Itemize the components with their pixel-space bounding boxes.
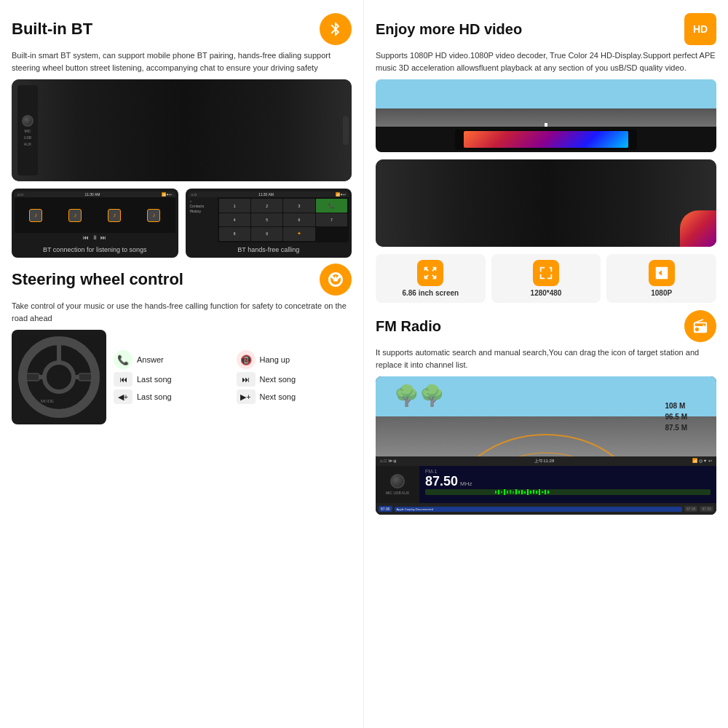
steering-description: Take control of your music or use the ha…: [12, 300, 352, 324]
features-row: 6.86 inch screen 1280*480 1080P: [376, 254, 716, 303]
s-numpad-3[interactable]: 3: [283, 199, 314, 213]
fullscreen-icon: [538, 265, 554, 281]
s-numpad-5[interactable]: 5: [251, 213, 282, 226]
fm-screen-time: 上午11:28: [534, 458, 554, 464]
steering-content: ◄ ► MODE 📞 Answer 📵 Hang up ⏮: [12, 330, 352, 424]
left-panel: Built-in BT Built-in smart BT system, ca…: [0, 0, 364, 728]
fm-device-left: MIC USB AUX: [376, 466, 419, 503]
music-next-icon[interactable]: ⏭: [100, 234, 106, 241]
numpad-left-menu: ⌂ Contacts History: [189, 197, 218, 242]
corner-accent: [680, 210, 716, 247]
car-wide-screen: [376, 159, 716, 247]
fm-frequency-value: 87.50: [425, 474, 458, 489]
steering-icon-badge: [320, 264, 352, 296]
next-icon: ⏭: [237, 372, 256, 387]
bluetooth-icon: [328, 21, 344, 37]
fm-freq-96: 96.5 M: [665, 413, 687, 421]
feature-resolution: 1280*480: [491, 254, 601, 303]
svg-rect-20: [515, 489, 517, 494]
music-screen-content: ♪ ♪ ♪ ♪: [15, 197, 175, 233]
steering-title: Steering wheel control: [12, 270, 183, 289]
svg-rect-21: [518, 491, 520, 494]
prev-label: Last song: [137, 375, 172, 384]
svg-rect-8: [26, 373, 39, 381]
controls-grid: 📞 Answer 📵 Hang up ⏮ Last song ⏭ Next so…: [114, 330, 352, 424]
hd-video-preview: [464, 131, 628, 147]
fm-screen-icons: ⌂ □ ≫ ψ: [380, 458, 397, 464]
svg-rect-27: [536, 491, 537, 494]
control-answer: 📞 Answer: [114, 350, 229, 369]
fm-channel-carplay: Apple Carplay Disconnected: [395, 507, 682, 512]
s-numpad-9[interactable]: 9: [251, 227, 282, 241]
music-screen-label: BT connection for listening to songs: [15, 245, 175, 255]
fm-main-freq: 87.50 MHz: [425, 474, 711, 489]
fm-icon-badge: [684, 310, 716, 342]
answer-label: Answer: [137, 355, 164, 364]
control-prev: ⏮ Last song: [114, 372, 229, 387]
fm-screen-body: MIC USB AUX FM-1 87.50 MHz: [376, 466, 716, 503]
next-label: Next song: [260, 375, 296, 384]
svg-rect-19: [513, 491, 514, 494]
music-screen-icons: ⌂ □: [17, 192, 23, 197]
s-numpad-7[interactable]: 7: [316, 213, 347, 226]
numpad-left-history: History: [190, 209, 216, 213]
svg-rect-31: [547, 491, 549, 494]
fm-station: FM-1: [425, 469, 437, 474]
fm-channel-bar: 87.90 Apple Carplay Disconnected 87.95 8…: [376, 503, 716, 515]
numpad-screen-label: BT hands-free calling: [189, 245, 349, 255]
fm-waveform-svg: [425, 489, 711, 495]
s-numpad-1[interactable]: 1: [219, 199, 250, 213]
svg-rect-9: [79, 373, 92, 381]
resolution-label: 1280*480: [531, 289, 562, 297]
fm-channel-2[interactable]: 87.95: [684, 506, 698, 512]
s-numpad-8[interactable]: 8: [219, 227, 250, 241]
feature-screen-size: 6.86 inch screen: [376, 254, 486, 303]
music-screen-card: ⌂ □ 11:30 AM 📶✦↩ ♪ ♪ ♪ ♪ ⏮ ⏸ ⏭ BT connec…: [12, 189, 178, 258]
music-screen-mock: ⌂ □ 11:30 AM 📶✦↩ ♪ ♪ ♪ ♪ ⏮ ⏸ ⏭: [15, 191, 175, 242]
fm-freq-108: 108 M: [665, 402, 687, 410]
svg-rect-16: [504, 489, 505, 495]
small-numpad-grid: 1 2 3 📞 4 5 6 7 8 9 ✦: [218, 197, 349, 242]
radio-icon: [692, 318, 708, 334]
control-hangup: 📵 Hang up: [237, 350, 352, 369]
music-prev-icon[interactable]: ⏮: [83, 234, 89, 241]
fm-channel-3[interactable]: 87.55: [700, 506, 713, 512]
s-numpad-call[interactable]: 📞: [316, 199, 347, 213]
svg-rect-15: [501, 491, 502, 493]
numpad-screen-card: ⌂ □ 11:30 AM 📶✦↩ ⌂ Contacts History 1 2 …: [186, 189, 352, 258]
music-play-icon[interactable]: ⏸: [92, 234, 98, 241]
svg-rect-24: [527, 489, 529, 495]
svg-rect-14: [498, 490, 499, 494]
music-screen-time: 11:30 AM: [84, 192, 100, 197]
music-thumb-3: ♪: [108, 209, 121, 222]
hd-section-header: Enjoy more HD video HD: [376, 13, 716, 45]
svg-rect-23: [524, 491, 526, 494]
svg-text:MODE: MODE: [41, 399, 54, 403]
hd-icon-badge: HD: [684, 13, 716, 45]
fm-section-header: FM Radio: [376, 310, 716, 342]
fm-device-labels: MIC USB AUX: [386, 491, 409, 495]
svg-rect-28: [539, 489, 540, 495]
numpad-screen-icons: ⌂ □: [191, 192, 197, 197]
s-numpad-2[interactable]: 2: [251, 199, 282, 213]
steering-img-mock: ◄ ► MODE: [12, 330, 106, 424]
fm-windmill-icon: 🌳: [394, 384, 419, 408]
screen-size-icon: [417, 260, 443, 286]
fm-title: FM Radio: [376, 318, 441, 335]
music-screen-top: ⌂ □ 11:30 AM 📶✦↩: [15, 191, 175, 197]
fm-channel-active[interactable]: 87.90: [379, 506, 392, 512]
side-button: [343, 116, 349, 145]
s-numpad-6[interactable]: 6: [283, 213, 314, 226]
fm-device-knob: [390, 474, 405, 488]
music-thumb-1: ♪: [29, 209, 42, 222]
control-next2: ▶+ Next song: [237, 389, 352, 404]
s-numpad-4[interactable]: 4: [219, 213, 250, 226]
feature-1080p: 1080P: [606, 254, 716, 303]
play-icon: [649, 260, 675, 286]
svg-point-1: [44, 363, 74, 392]
fm-description: It supports automatic search and manual …: [376, 347, 716, 371]
steering-section: Steering wheel control Take control of y…: [12, 264, 352, 424]
fm-screen-bar: ⌂ □ ≫ ψ 上午11:28 📶 ◎ ✦ ↩ MIC USB AUX FM-1: [376, 456, 716, 515]
bt-icon-badge: [320, 13, 352, 45]
numpad-screen-mock: ⌂ □ 11:30 AM 📶✦↩ ⌂ Contacts History 1 2 …: [189, 191, 349, 242]
